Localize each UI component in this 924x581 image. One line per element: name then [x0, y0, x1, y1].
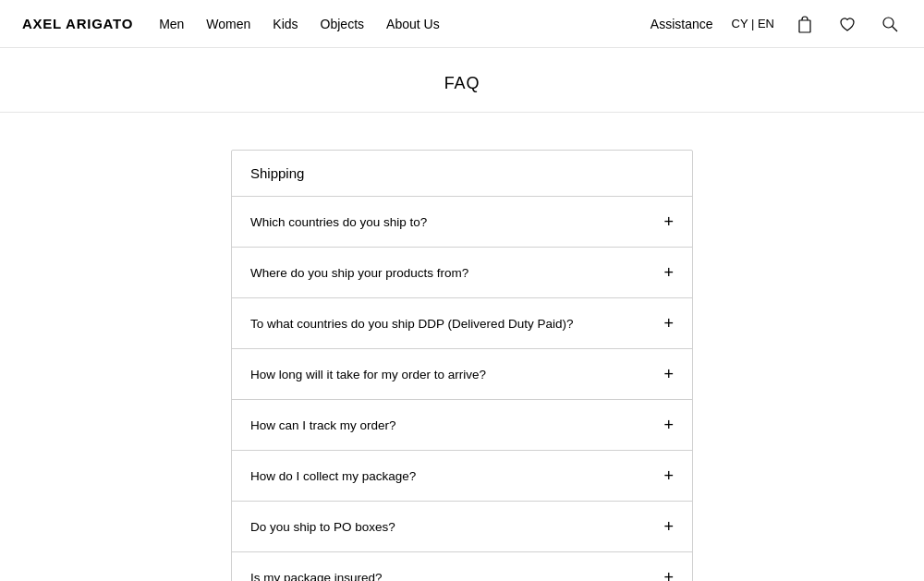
faq-item-7[interactable]: Is my package insured? + — [232, 552, 692, 581]
svg-line-2 — [893, 26, 898, 31]
faq-question-4: How can I track my order? — [250, 418, 396, 432]
wishlist-button[interactable] — [835, 12, 859, 36]
faq-section-title: Shipping — [232, 151, 692, 197]
faq-toggle-7: + — [663, 569, 674, 581]
faq-toggle-3: + — [663, 366, 674, 382]
search-button[interactable] — [878, 12, 902, 36]
nav-item-about-us[interactable]: About Us — [386, 17, 440, 31]
faq-item-4[interactable]: How can I track my order? + — [232, 400, 692, 451]
faq-item-2[interactable]: To what countries do you ship DDP (Deliv… — [232, 298, 692, 349]
language-switcher[interactable]: CY | EN — [732, 17, 774, 30]
main-content: Shipping Which countries do you ship to?… — [0, 113, 924, 581]
faq-item-1[interactable]: Where do you ship your products from? + — [232, 248, 692, 298]
nav-item-men[interactable]: Men — [159, 17, 184, 31]
faq-toggle-2: + — [663, 315, 674, 332]
faq-question-7: Is my package insured? — [250, 571, 383, 582]
faq-question-6: Do you ship to PO boxes? — [250, 520, 395, 534]
svg-point-1 — [883, 18, 894, 28]
site-header: AXEL ARIGATO Men Women Kids Objects Abou… — [0, 0, 924, 48]
search-icon — [880, 14, 900, 34]
nav-item-assistance[interactable]: Assistance — [650, 17, 713, 31]
site-logo[interactable]: AXEL ARIGATO — [22, 16, 133, 31]
faq-toggle-5: + — [663, 467, 674, 484]
page-title-section: FAQ — [0, 48, 924, 113]
svg-rect-0 — [799, 20, 810, 32]
faq-toggle-6: + — [663, 518, 674, 535]
faq-question-0: Which countries do you ship to? — [250, 215, 427, 229]
header-left: AXEL ARIGATO Men Women Kids Objects Abou… — [22, 16, 440, 31]
faq-container: Shipping Which countries do you ship to?… — [231, 150, 693, 581]
nav-item-women[interactable]: Women — [206, 17, 250, 31]
nav-item-objects[interactable]: Objects — [321, 17, 364, 31]
header-right: Assistance CY | EN — [650, 12, 902, 36]
faq-item-6[interactable]: Do you ship to PO boxes? + — [232, 502, 692, 552]
faq-toggle-4: + — [663, 417, 674, 433]
faq-toggle-1: + — [663, 264, 674, 281]
faq-question-5: How do I collect my package? — [250, 469, 416, 483]
cart-button[interactable] — [793, 12, 817, 36]
page-title: FAQ — [0, 74, 924, 93]
faq-question-3: How long will it take for my order to ar… — [250, 368, 486, 381]
faq-question-1: Where do you ship your products from? — [250, 266, 468, 280]
main-nav: Men Women Kids Objects About Us — [159, 17, 440, 31]
bag-icon — [795, 14, 815, 34]
faq-item-5[interactable]: How do I collect my package? + — [232, 451, 692, 502]
faq-toggle-0: + — [663, 213, 674, 230]
heart-icon — [837, 14, 857, 34]
faq-item-3[interactable]: How long will it take for my order to ar… — [232, 349, 692, 400]
nav-item-kids[interactable]: Kids — [273, 17, 298, 31]
faq-item-0[interactable]: Which countries do you ship to? + — [232, 197, 692, 248]
faq-question-2: To what countries do you ship DDP (Deliv… — [250, 317, 573, 331]
